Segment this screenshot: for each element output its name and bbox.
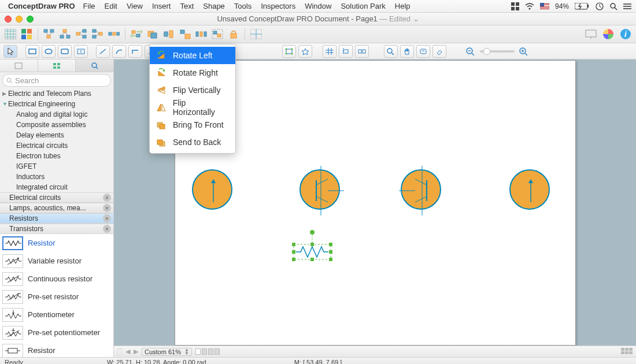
curve-tool[interactable]: [112, 45, 126, 58]
menu-send-to-back[interactable]: Send to Back: [150, 133, 235, 151]
sidebar-tab-1[interactable]: [0, 60, 38, 72]
edit-arrange-tool[interactable]: [282, 45, 296, 58]
tree-item-electrical-eng[interactable]: ▼Electrical Engineering: [0, 99, 113, 109]
title-dropdown-icon[interactable]: ⌄: [413, 14, 419, 23]
shape-preset-resistor[interactable]: Pre-set resistor: [0, 288, 113, 306]
tool-snap-icon[interactable]: [249, 27, 263, 41]
menu-shape[interactable]: Shape: [198, 2, 230, 10]
tool-hatch-icon[interactable]: [3, 27, 17, 41]
tree-sub[interactable]: Composite assemblies: [0, 120, 113, 130]
flag-icon[interactable]: [540, 3, 549, 9]
menu-flip-horizontal[interactable]: Flip Horizontally: [150, 99, 235, 116]
menu-help[interactable]: Help: [390, 2, 415, 10]
tree-sub[interactable]: Integrated circuit: [0, 182, 113, 192]
connector-tool[interactable]: [128, 45, 142, 58]
shape-preset-potentiometer[interactable]: Pre-set potentiometer: [0, 324, 113, 341]
menu-solution-park[interactable]: Solution Park: [336, 2, 390, 10]
shape-resistor-box[interactable]: Resistor: [0, 341, 113, 357]
close-icon[interactable]: ×: [103, 214, 111, 222]
wifi-icon[interactable]: [525, 3, 534, 10]
page-next-button[interactable]: ▶: [134, 348, 138, 355]
rounded-rect-tool[interactable]: [58, 45, 72, 58]
tool-color-grid-icon[interactable]: [20, 27, 34, 41]
shape-resistor[interactable]: Resistor: [0, 234, 113, 252]
scrollbar-left-icon[interactable]: [117, 348, 122, 355]
tool-presentation-icon[interactable]: [584, 27, 598, 41]
clock-icon[interactable]: [596, 2, 604, 10]
shape-circle-4[interactable]: [509, 169, 550, 210]
shape-circle-2[interactable]: [299, 169, 340, 210]
snap-obj-tool[interactable]: [355, 45, 369, 58]
menu-bring-to-front[interactable]: Bring To Front: [150, 116, 235, 133]
menu-file[interactable]: File: [79, 2, 100, 10]
rect-tool[interactable]: [25, 45, 39, 58]
tool-align-icon[interactable]: [162, 27, 176, 41]
menu-inspectors[interactable]: Inspectors: [256, 2, 300, 10]
snap-shapes-tool[interactable]: [339, 45, 353, 58]
close-icon[interactable]: ×: [103, 225, 111, 233]
line-tool[interactable]: [96, 45, 110, 58]
sidebar-search-input[interactable]: Search: [2, 74, 111, 87]
tree-sub[interactable]: Electron tubes: [0, 151, 113, 161]
lib-header-lamps[interactable]: Lamps, acoustics, mea...×: [0, 203, 113, 213]
tree-sub[interactable]: Delay elements: [0, 130, 113, 140]
tool-distribute-icon[interactable]: [194, 27, 208, 41]
menu-view[interactable]: View: [122, 2, 147, 10]
page-indicator[interactable]: [195, 348, 220, 355]
tool-size-icon[interactable]: [178, 27, 192, 41]
page-prev-button[interactable]: ◀: [125, 348, 130, 355]
ellipse-tool[interactable]: [42, 45, 56, 58]
zoom-in-button[interactable]: [517, 45, 531, 58]
status-grid-icon[interactable]: [511, 2, 519, 10]
app-name[interactable]: ConceptDraw PRO: [8, 2, 75, 10]
view-mode-icon[interactable]: [621, 348, 633, 356]
selected-resistor-shape[interactable]: [289, 228, 335, 265]
menu-insert[interactable]: Insert: [147, 2, 176, 10]
menu-extra-icon[interactable]: [623, 3, 631, 10]
tool-tree2-icon[interactable]: [58, 27, 72, 41]
tool-tree4-icon[interactable]: [91, 27, 105, 41]
tool-order-icon[interactable]: [146, 27, 160, 41]
grid-snap-tool[interactable]: [323, 45, 337, 58]
menu-edit[interactable]: Edit: [100, 2, 122, 10]
tool-info-icon[interactable]: i: [619, 27, 633, 41]
star-tool[interactable]: [298, 45, 312, 58]
close-icon[interactable]: ×: [103, 194, 111, 202]
shape-circle-1[interactable]: [192, 169, 232, 210]
zoom-tool[interactable]: [384, 45, 398, 58]
tool-lock-icon[interactable]: [227, 27, 241, 41]
spotlight-icon[interactable]: [609, 2, 617, 10]
menu-rotate-left[interactable]: Rotate Left: [150, 47, 235, 64]
sidebar-tab-grid[interactable]: [38, 60, 76, 72]
menu-text[interactable]: Text: [175, 2, 198, 10]
hand-tool[interactable]: [400, 45, 414, 58]
menu-flip-vertical[interactable]: Flip Vertically: [150, 81, 235, 99]
eyedrop-tool[interactable]: [416, 45, 430, 58]
menu-tools[interactable]: Tools: [230, 2, 256, 10]
tool-chain-icon[interactable]: [107, 27, 121, 41]
lib-header-resistors[interactable]: Resistors×: [0, 213, 113, 224]
shape-potentiometer[interactable]: Potentiometer: [0, 306, 113, 324]
tree-item-electric-telecom[interactable]: ▶Electric and Telecom Plans: [0, 88, 113, 99]
close-icon[interactable]: ×: [103, 204, 111, 212]
tree-sub[interactable]: IGFET: [0, 161, 113, 172]
sidebar-tab-search[interactable]: [76, 60, 113, 72]
zoom-slider[interactable]: [480, 50, 515, 53]
tree-sub[interactable]: Electrical circuits: [0, 140, 113, 151]
tool-group-icon[interactable]: [210, 27, 224, 41]
tool-tree3-icon[interactable]: [75, 27, 88, 41]
lib-header-electrical-circuits[interactable]: Electrical circuits×: [0, 192, 113, 203]
tool-color-wheel-icon[interactable]: [601, 27, 615, 41]
menu-window[interactable]: Window: [300, 2, 336, 10]
pointer-tool[interactable]: [3, 45, 17, 58]
text-tool[interactable]: T: [74, 45, 88, 58]
shape-continuous-resistor[interactable]: Continuous resistor: [0, 270, 113, 288]
tree-sub[interactable]: Inductors: [0, 172, 113, 182]
zoom-level-dropdown[interactable]: Custom 61%▲▼: [142, 348, 192, 356]
zoom-out-button[interactable]: [464, 45, 478, 58]
menu-rotate-right[interactable]: Rotate Right: [150, 64, 235, 81]
lib-header-transistors[interactable]: Transistors×: [0, 224, 113, 234]
tool-tree1-icon[interactable]: [42, 27, 56, 41]
erase-tool[interactable]: [432, 45, 446, 58]
shape-variable-resistor[interactable]: Variable resistor: [0, 252, 113, 270]
